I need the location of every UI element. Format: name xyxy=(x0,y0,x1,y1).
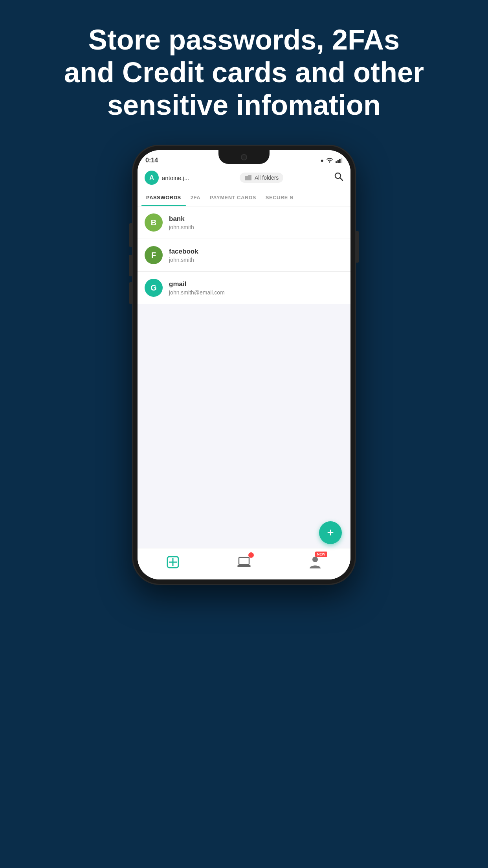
screen-content: A antoine.j... All folders xyxy=(138,167,350,548)
laptop-icon xyxy=(237,557,251,568)
svg-rect-4 xyxy=(341,158,343,164)
password-vault-icon xyxy=(167,556,179,568)
search-icon xyxy=(334,172,343,181)
person-icon xyxy=(309,556,321,568)
search-button[interactable] xyxy=(334,172,343,184)
item-subtitle: john.smith xyxy=(169,224,194,230)
user-avatar: A xyxy=(145,171,159,185)
item-subtitle: john.smith xyxy=(169,257,198,263)
signal-icon xyxy=(336,158,343,163)
bottom-nav: NEW xyxy=(138,548,350,579)
item-avatar-facebook: F xyxy=(145,246,163,264)
devices-nav-icon-box xyxy=(236,554,252,570)
status-icons: ● xyxy=(321,157,343,164)
list-item[interactable]: B bank john.smith xyxy=(138,206,350,239)
folder-selector[interactable]: All folders xyxy=(240,173,283,183)
folder-icon xyxy=(244,175,252,181)
password-list: B bank john.smith F facebook john.smith … xyxy=(138,206,350,548)
svg-line-6 xyxy=(340,178,343,181)
list-item[interactable]: F facebook john.smith xyxy=(138,239,350,272)
home-nav-icon-box xyxy=(165,554,181,570)
top-bar: A antoine.j... All folders xyxy=(138,167,350,189)
tab-passwords[interactable]: PASSWORDS xyxy=(141,189,186,206)
user-name: antoine.j... xyxy=(162,175,189,181)
item-info-gmail: gmail john.smith@email.com xyxy=(169,280,225,296)
svg-rect-10 xyxy=(239,557,249,565)
folder-name: All folders xyxy=(255,175,279,181)
volume-up-button xyxy=(129,255,132,276)
profile-new-badge: NEW xyxy=(315,552,327,557)
profile-nav-icon-box: NEW xyxy=(307,554,323,570)
svg-rect-2 xyxy=(338,160,339,164)
item-info-bank: bank john.smith xyxy=(169,215,194,230)
nav-item-profile[interactable]: NEW xyxy=(307,554,323,570)
add-icon: + xyxy=(327,527,334,539)
wifi-icon xyxy=(326,158,333,163)
list-item[interactable]: G gmail john.smith@email.com xyxy=(138,272,350,304)
phone-frame: 0:14 ● xyxy=(132,145,356,585)
item-avatar-bank: B xyxy=(145,213,163,232)
nav-item-home[interactable] xyxy=(165,554,181,570)
headline: Store passwords, 2FAs and Credit cards a… xyxy=(28,0,460,137)
nav-item-devices[interactable] xyxy=(236,554,252,570)
front-camera xyxy=(241,154,247,160)
item-info-facebook: facebook john.smith xyxy=(169,248,198,263)
tab-bar: PASSWORDS 2FA PAYMENT CARDS SECURE N xyxy=(138,189,350,206)
user-selector[interactable]: A antoine.j... xyxy=(145,171,189,185)
svg-rect-3 xyxy=(339,159,341,164)
tab-payment-cards[interactable]: PAYMENT CARDS xyxy=(205,189,261,206)
devices-notification-badge xyxy=(248,552,254,558)
item-avatar-gmail: G xyxy=(145,279,163,297)
volume-down-button xyxy=(129,282,132,304)
item-subtitle: john.smith@email.com xyxy=(169,289,225,296)
svg-rect-11 xyxy=(237,565,251,567)
empty-area xyxy=(138,304,350,462)
notch xyxy=(218,150,270,164)
add-button[interactable]: + xyxy=(319,521,342,544)
tab-secure-notes[interactable]: SECURE N xyxy=(261,189,298,206)
item-title: facebook xyxy=(169,248,198,256)
sim-icon: ● xyxy=(321,157,324,164)
svg-point-12 xyxy=(312,557,318,562)
item-title: bank xyxy=(169,215,194,223)
tab-2fa[interactable]: 2FA xyxy=(186,189,205,206)
svg-rect-1 xyxy=(336,162,337,164)
status-time: 0:14 xyxy=(145,157,158,164)
phone-screen: 0:14 ● xyxy=(138,150,350,579)
svg-point-0 xyxy=(329,162,330,163)
item-title: gmail xyxy=(169,280,225,288)
